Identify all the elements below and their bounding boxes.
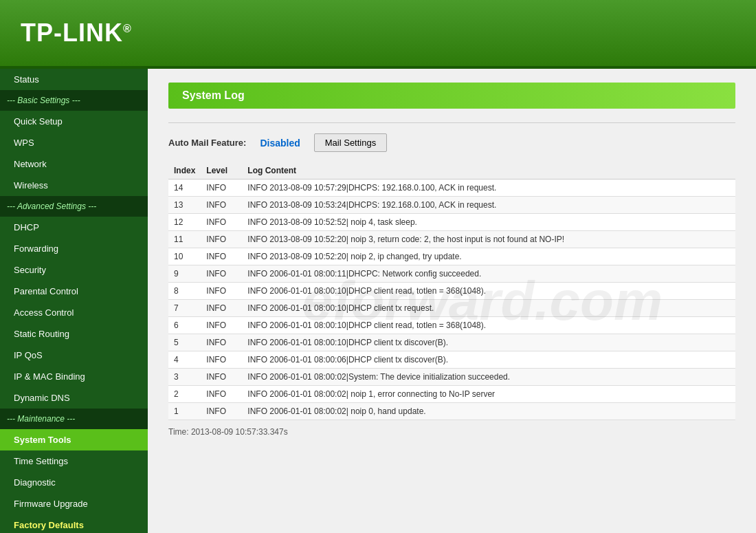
table-row: 1INFOINFO 2006-01-01 08:00:02| noip 0, h… (168, 403, 735, 420)
table-row: 6INFOINFO 2006-01-01 08:00:10|DHCP clien… (168, 317, 735, 334)
cell-level: INFO (201, 403, 242, 420)
cell-log: INFO 2006-01-01 08:00:06|DHCP client tx … (242, 351, 735, 369)
sidebar: Status--- Basic Settings ---Quick SetupW… (0, 69, 148, 533)
sidebar-item-system-tools[interactable]: System Tools (0, 429, 148, 450)
sidebar-item-ip-mac-binding[interactable]: IP & MAC Binding (0, 366, 148, 387)
cell-level: INFO (201, 283, 242, 300)
cell-log: INFO 2013-08-09 10:53:24|DHCPS: 192.168.… (242, 197, 735, 214)
table-row: 4INFOINFO 2006-01-01 08:00:06|DHCP clien… (168, 351, 735, 369)
cell-log: INFO 2013-08-09 10:52:20| noip 3, return… (242, 231, 735, 248)
cell-log: INFO 2006-01-01 08:00:10|DHCP client tx … (242, 334, 735, 351)
cell-level: INFO (201, 369, 242, 386)
sidebar-item-firmware-upgrade[interactable]: Firmware Upgrade (0, 493, 148, 514)
cell-index: 5 (168, 334, 201, 351)
cell-index: 11 (168, 231, 201, 248)
cell-index: 6 (168, 317, 201, 334)
cell-index: 12 (168, 214, 201, 231)
cell-log: INFO 2006-01-01 08:00:11|DHCPC: Network … (242, 265, 735, 283)
sidebar-item-status[interactable]: Status (0, 69, 148, 90)
cell-level: INFO (201, 180, 242, 197)
table-row: 9INFOINFO 2006-01-01 08:00:11|DHCPC: Net… (168, 265, 735, 283)
sidebar-item-forwarding[interactable]: Forwarding (0, 238, 148, 259)
sidebar-item-static-routing[interactable]: Static Routing (0, 323, 148, 345)
col-header-index: Index (168, 162, 201, 180)
sidebar-item-dhcp[interactable]: DHCP (0, 217, 148, 238)
log-table: Index Level Log Content 14INFOINFO 2013-… (168, 162, 735, 420)
cell-index: 14 (168, 180, 201, 197)
auto-mail-row: Auto Mail Feature: Disabled Mail Setting… (168, 133, 735, 152)
table-row: 5INFOINFO 2006-01-01 08:00:10|DHCP clien… (168, 334, 735, 351)
page-title-bar: System Log (168, 83, 735, 109)
cell-log: INFO 2006-01-01 08:00:10|DHCP client rea… (242, 283, 735, 300)
cell-index: 4 (168, 351, 201, 369)
cell-log: INFO 2013-08-09 10:57:29|DHCPS: 192.168.… (242, 180, 735, 197)
cell-level: INFO (201, 334, 242, 351)
cell-log: INFO 2006-01-01 08:00:02| noip 1, error … (242, 386, 735, 403)
cell-index: 7 (168, 300, 201, 317)
cell-log: INFO 2013-08-09 10:52:20| noip 2, ip cha… (242, 248, 735, 265)
cell-log: INFO 2006-01-01 08:00:10|DHCP client tx … (242, 300, 735, 317)
sidebar-item-quick-setup[interactable]: Quick Setup (0, 111, 148, 132)
cell-index: 1 (168, 403, 201, 420)
auto-mail-status: Disabled (260, 138, 300, 149)
col-header-log: Log Content (242, 162, 735, 180)
cell-index: 8 (168, 283, 201, 300)
auto-mail-label: Auto Mail Feature: (168, 138, 246, 148)
cell-index: 10 (168, 248, 201, 265)
mail-settings-button[interactable]: Mail Settings (314, 133, 387, 152)
cell-level: INFO (201, 248, 242, 265)
table-row: 2INFOINFO 2006-01-01 08:00:02| noip 1, e… (168, 386, 735, 403)
sidebar-item-time-settings[interactable]: Time Settings (0, 450, 148, 472)
sidebar-item-ip-qos[interactable]: IP QoS (0, 345, 148, 366)
cell-level: INFO (201, 214, 242, 231)
col-header-level: Level (201, 162, 242, 180)
cell-index: 13 (168, 197, 201, 214)
table-row: 8INFOINFO 2006-01-01 08:00:10|DHCP clien… (168, 283, 735, 300)
cell-level: INFO (201, 265, 242, 283)
logo: TP-LINK® (21, 19, 132, 47)
cell-log: INFO 2006-01-01 08:00:02|System: The dev… (242, 369, 735, 386)
log-table-body: 14INFOINFO 2013-08-09 10:57:29|DHCPS: 19… (168, 180, 735, 420)
cell-level: INFO (201, 317, 242, 334)
cell-index: 3 (168, 369, 201, 386)
cell-level: INFO (201, 351, 242, 369)
cell-log: INFO 2006-01-01 08:00:02| noip 0, hand u… (242, 403, 735, 420)
sidebar-item-network[interactable]: Network (0, 153, 148, 175)
table-row: 13INFOINFO 2013-08-09 10:53:24|DHCPS: 19… (168, 197, 735, 214)
divider-top (168, 122, 735, 123)
sidebar-item-diagnostic[interactable]: Diagnostic (0, 472, 148, 493)
sidebar-item-basic-settings: --- Basic Settings --- (0, 90, 148, 111)
cell-level: INFO (201, 300, 242, 317)
layout: Status--- Basic Settings ---Quick SetupW… (0, 69, 756, 533)
header: TP-LINK® (0, 0, 756, 69)
cell-index: 2 (168, 386, 201, 403)
table-row: 3INFOINFO 2006-01-01 08:00:02|System: Th… (168, 369, 735, 386)
cell-level: INFO (201, 386, 242, 403)
table-row: 14INFOINFO 2013-08-09 10:57:29|DHCPS: 19… (168, 180, 735, 197)
registered-symbol: ® (123, 23, 132, 34)
cell-log: INFO 2013-08-09 10:52:52| noip 4, task s… (242, 214, 735, 231)
sidebar-item-wps[interactable]: WPS (0, 132, 148, 153)
time-footer: Time: 2013-08-09 10:57:33.347s (168, 427, 735, 437)
table-row: 11INFOINFO 2013-08-09 10:52:20| noip 3, … (168, 231, 735, 248)
sidebar-item-factory-defaults[interactable]: Factory Defaults (0, 514, 148, 533)
sidebar-item-parental-control[interactable]: Parental Control (0, 281, 148, 302)
table-header-row: Index Level Log Content (168, 162, 735, 180)
page-title: System Log (182, 89, 245, 101)
table-row: 12INFOINFO 2013-08-09 10:52:52| noip 4, … (168, 214, 735, 231)
sidebar-item-advanced-settings: --- Advanced Settings --- (0, 196, 148, 217)
sidebar-item-security[interactable]: Security (0, 259, 148, 281)
sidebar-item-maintenance: --- Maintenance --- (0, 409, 148, 429)
cell-index: 9 (168, 265, 201, 283)
table-row: 10INFOINFO 2013-08-09 10:52:20| noip 2, … (168, 248, 735, 265)
table-row: 7INFOINFO 2006-01-01 08:00:10|DHCP clien… (168, 300, 735, 317)
main-content: eforward.com System Log Auto Mail Featur… (148, 69, 756, 533)
sidebar-item-dynamic-dns[interactable]: Dynamic DNS (0, 387, 148, 409)
sidebar-item-wireless[interactable]: Wireless (0, 175, 148, 196)
cell-log: INFO 2006-01-01 08:00:10|DHCP client rea… (242, 317, 735, 334)
cell-level: INFO (201, 231, 242, 248)
cell-level: INFO (201, 197, 242, 214)
sidebar-item-access-control[interactable]: Access Control (0, 302, 148, 323)
